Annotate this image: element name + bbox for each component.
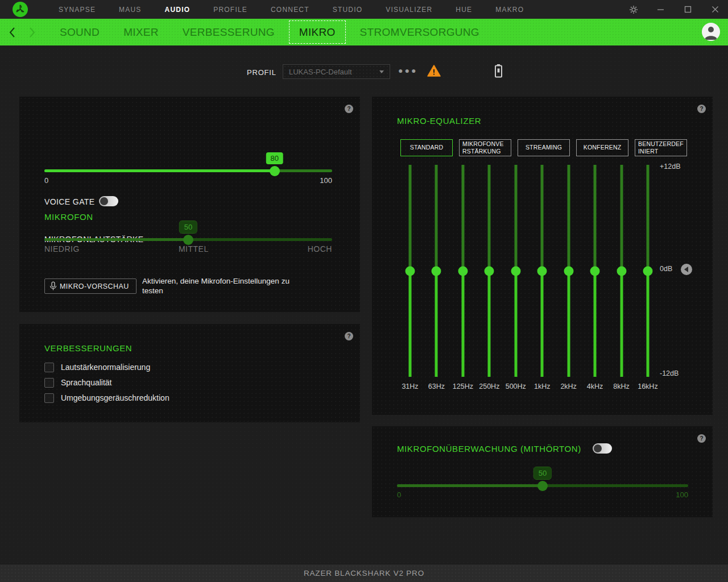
eq-track-upper[interactable]	[488, 165, 491, 271]
chevron-down-icon	[379, 70, 384, 73]
eq-track-upper[interactable]	[620, 165, 623, 271]
monitoring-toggle[interactable]	[593, 443, 612, 454]
equalizer-panel: ? MIKRO-EQUALIZER STANDARDMIKROFONVERSTÄ…	[372, 97, 713, 415]
eq-track-lower[interactable]	[620, 271, 623, 377]
eq-track-lower[interactable]	[514, 271, 517, 377]
slider-fill	[44, 169, 275, 172]
eq-track-lower[interactable]	[594, 271, 597, 377]
avatar[interactable]	[702, 23, 720, 41]
maximize-icon[interactable]	[683, 5, 693, 14]
eq-preset-benutzerdefiniert[interactable]: BENUTZERDEFINIERT	[635, 139, 687, 156]
settings-gear-icon[interactable]	[628, 5, 638, 14]
eq-band-handle[interactable]	[643, 267, 652, 276]
tab-mikro[interactable]: MIKRO	[289, 20, 346, 44]
enhancement-option[interactable]: Umgebungsgeräuschreduktion	[44, 393, 169, 403]
checkbox-icon[interactable]	[44, 378, 54, 388]
eq-band-handle[interactable]	[485, 267, 494, 276]
eq-band-handle[interactable]	[458, 267, 468, 276]
eq-track-upper[interactable]	[541, 165, 544, 271]
equalizer-presets: STANDARDMIKROFONVERSTÄRKUNGSTREAMINGKONF…	[400, 139, 687, 156]
eq-band-handle[interactable]	[590, 267, 600, 276]
checkbox-label: Lautstärkenormalisierung	[61, 363, 150, 372]
enhancement-option[interactable]: Lautstärkenormalisierung	[44, 362, 150, 372]
menu-item-maus[interactable]: MAUS	[119, 6, 141, 14]
tab-verbesserung[interactable]: VERBESSERUNG	[171, 20, 287, 44]
tab-sound[interactable]: SOUND	[48, 20, 111, 44]
help-icon[interactable]: ?	[697, 105, 706, 113]
eq-band-handle[interactable]	[537, 267, 547, 276]
eq-band-16khz: 16kHz	[643, 165, 652, 392]
help-icon[interactable]: ?	[345, 105, 353, 113]
mic-preview-button[interactable]: MIKRO-VORSCHAU	[44, 278, 136, 294]
eq-reset-button[interactable]	[681, 264, 692, 275]
profile-dropdown[interactable]: LUKAS-PC-Default	[283, 64, 390, 79]
menu-item-hue[interactable]: HUE	[456, 6, 472, 14]
eq-track-lower[interactable]	[488, 271, 491, 377]
voice-gate-toggle[interactable]	[99, 196, 118, 206]
menu-item-connect[interactable]: CONNECT	[271, 6, 309, 14]
menu-item-visualizer[interactable]: VISUALIZER	[386, 6, 432, 14]
razer-logo[interactable]	[13, 2, 28, 17]
eq-track-upper[interactable]	[594, 165, 597, 271]
subnav-bar: SOUNDMIXERVERBESSERUNGMIKROSTROMVERSORGU…	[0, 19, 728, 45]
eq-track-lower[interactable]	[461, 271, 464, 377]
back-icon[interactable]	[5, 19, 20, 45]
forward-icon[interactable]	[24, 19, 40, 45]
eq-track-lower[interactable]	[409, 271, 412, 377]
warning-icon[interactable]	[427, 65, 441, 79]
eq-track-lower[interactable]	[541, 271, 544, 377]
mic-preview-button-label: MIKRO-VORSCHAU	[60, 282, 129, 290]
range-max-label: 100	[676, 490, 688, 499]
eq-track-upper[interactable]	[409, 165, 412, 271]
eq-band-handle[interactable]	[432, 267, 441, 276]
eq-band-freq-label: 250Hz	[479, 383, 499, 390]
mic-volume-slider[interactable]: 80	[44, 169, 332, 172]
eq-band-4khz: 4kHz	[590, 165, 599, 392]
monitoring-slider[interactable]: 50	[397, 484, 688, 487]
mic-volume-slider-handle[interactable]	[270, 166, 280, 176]
menu-item-studio[interactable]: STUDIO	[333, 6, 363, 14]
checkbox-icon[interactable]	[44, 363, 54, 372]
monitoring-panel-title: MIKROFONÜBERWACHUNG (MITHÖRTON)	[397, 444, 581, 454]
eq-preset-streaming[interactable]: STREAMING	[518, 139, 570, 156]
eq-track-lower[interactable]	[567, 271, 570, 377]
help-icon[interactable]: ?	[345, 332, 353, 340]
toggle-knob	[594, 444, 602, 452]
menu-item-makro[interactable]: MAKRO	[495, 6, 524, 14]
gate-scale-label-mittel: MITTEL	[179, 244, 209, 253]
enhancement-option[interactable]: Sprachqualität	[44, 377, 112, 388]
tab-stromversorgung[interactable]: STROMVERSORGUNG	[348, 20, 491, 44]
equalizer-panel-title: MIKRO-EQUALIZER	[397, 116, 481, 126]
range-min-label: 0	[397, 490, 401, 499]
eq-band-handle[interactable]	[511, 267, 520, 276]
voice-gate-slider-handle[interactable]	[183, 235, 193, 245]
tab-mixer[interactable]: MIXER	[111, 20, 171, 44]
eq-track-lower[interactable]	[435, 271, 438, 377]
eq-track-upper[interactable]	[435, 165, 438, 271]
eq-track-upper[interactable]	[646, 165, 649, 271]
eq-scale-mid: 0dB	[660, 265, 672, 273]
eq-preset-konferenz[interactable]: KONFERENZ	[576, 139, 628, 156]
voice-gate-slider[interactable]: 50	[44, 238, 332, 241]
eq-track-lower[interactable]	[646, 271, 649, 377]
eq-band-63hz: 63Hz	[432, 165, 441, 392]
menu-item-audio[interactable]: AUDIO	[165, 6, 191, 14]
eq-track-upper[interactable]	[514, 165, 517, 271]
menu-item-profile[interactable]: PROFILE	[213, 6, 247, 14]
more-options-icon[interactable]: ●●●	[398, 66, 417, 75]
eq-band-handle[interactable]	[406, 267, 415, 276]
close-icon[interactable]	[710, 5, 720, 14]
help-icon[interactable]: ?	[697, 434, 706, 443]
eq-preset-standard[interactable]: STANDARD	[400, 139, 453, 156]
eq-band-handle[interactable]	[564, 267, 573, 276]
eq-preset-mikrofonverstärkung[interactable]: MIKROFONVERSTÄRKUNG	[459, 139, 511, 156]
minimize-icon[interactable]	[656, 5, 665, 14]
menu-item-synapse[interactable]: SYNAPSE	[59, 6, 96, 14]
eq-track-upper[interactable]	[461, 165, 464, 271]
checkbox-icon[interactable]	[44, 393, 54, 403]
eq-band-handle[interactable]	[617, 267, 626, 276]
eq-band-31hz: 31Hz	[406, 165, 415, 392]
monitoring-range-labels: 0 100	[397, 490, 688, 499]
monitoring-slider-handle[interactable]	[537, 481, 548, 491]
eq-track-upper[interactable]	[567, 165, 570, 271]
